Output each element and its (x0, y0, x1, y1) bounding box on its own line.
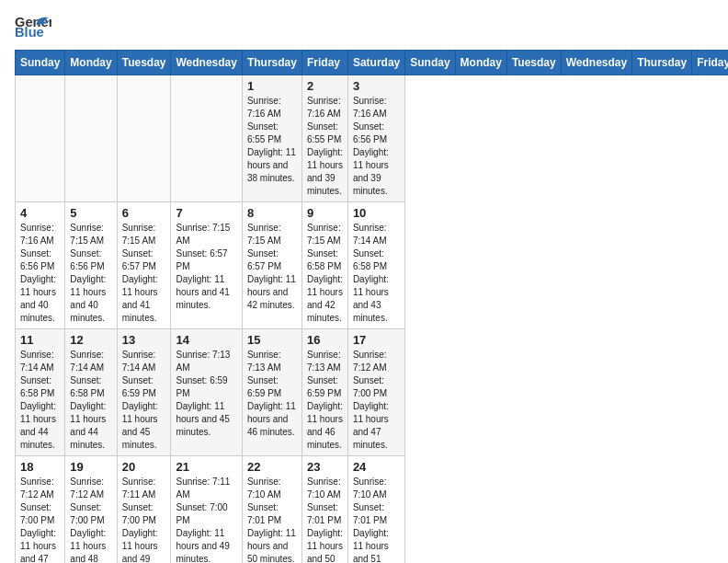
calendar-cell: 10Sunrise: 7:14 AMSunset: 6:58 PMDayligh… (347, 202, 404, 329)
day-info: Sunrise: 7:14 AMSunset: 6:59 PMDaylight:… (122, 349, 166, 452)
header-monday: Monday (455, 51, 506, 75)
calendar-week-1: 4Sunrise: 7:16 AMSunset: 6:56 PMDaylight… (16, 202, 729, 329)
header-friday: Friday (692, 51, 728, 75)
calendar-cell: 4Sunrise: 7:16 AMSunset: 6:56 PMDaylight… (16, 202, 65, 329)
day-number: 18 (20, 460, 60, 474)
calendar-cell: 1Sunrise: 7:16 AMSunset: 6:55 PMDaylight… (242, 75, 301, 202)
day-number: 1 (247, 79, 297, 93)
day-number: 13 (122, 333, 166, 347)
calendar-cell: 21Sunrise: 7:11 AMSunset: 7:00 PMDayligh… (171, 456, 242, 564)
day-number: 7 (176, 206, 236, 220)
calendar-cell: 12Sunrise: 7:14 AMSunset: 6:58 PMDayligh… (65, 329, 117, 456)
day-info: Sunrise: 7:15 AMSunset: 6:57 PMDaylight:… (247, 222, 297, 312)
day-number: 19 (70, 460, 111, 474)
day-info: Sunrise: 7:13 AMSunset: 6:59 PMDaylight:… (307, 349, 343, 452)
page-header: General Blue (15, 15, 713, 42)
day-info: Sunrise: 7:15 AMSunset: 6:56 PMDaylight:… (70, 222, 111, 325)
day-number: 15 (247, 333, 297, 347)
day-number: 5 (70, 206, 111, 220)
day-number: 14 (176, 333, 236, 347)
day-number: 16 (307, 333, 343, 347)
calendar-cell (16, 75, 65, 202)
day-number: 12 (70, 333, 111, 347)
day-info: Sunrise: 7:13 AMSunset: 6:59 PMDaylight:… (176, 349, 236, 439)
header-tuesday: Tuesday (117, 51, 171, 75)
day-number: 10 (353, 206, 400, 220)
header-sunday: Sunday (16, 51, 65, 75)
calendar-cell: 17Sunrise: 7:12 AMSunset: 7:00 PMDayligh… (347, 329, 404, 456)
day-info: Sunrise: 7:10 AMSunset: 7:01 PMDaylight:… (247, 476, 297, 563)
day-info: Sunrise: 7:14 AMSunset: 6:58 PMDaylight:… (20, 349, 60, 452)
calendar-cell: 9Sunrise: 7:15 AMSunset: 6:58 PMDaylight… (301, 202, 347, 329)
calendar-cell: 11Sunrise: 7:14 AMSunset: 6:58 PMDayligh… (16, 329, 65, 456)
calendar-week-2: 11Sunrise: 7:14 AMSunset: 6:58 PMDayligh… (16, 329, 729, 456)
calendar-cell (171, 75, 242, 202)
calendar-table: SundayMondayTuesdayWednesdayThursdayFrid… (15, 50, 728, 563)
calendar-cell: 18Sunrise: 7:12 AMSunset: 7:00 PMDayligh… (16, 456, 65, 564)
header-friday: Friday (301, 51, 347, 75)
header-thursday: Thursday (632, 51, 692, 75)
calendar-cell: 23Sunrise: 7:10 AMSunset: 7:01 PMDayligh… (301, 456, 347, 564)
day-info: Sunrise: 7:16 AMSunset: 6:55 PMDaylight:… (247, 95, 297, 185)
day-info: Sunrise: 7:13 AMSunset: 6:59 PMDaylight:… (247, 349, 297, 439)
day-number: 23 (307, 460, 343, 474)
calendar-cell: 15Sunrise: 7:13 AMSunset: 6:59 PMDayligh… (242, 329, 301, 456)
logo: General Blue (15, 15, 51, 42)
day-number: 11 (20, 333, 60, 347)
day-info: Sunrise: 7:14 AMSunset: 6:58 PMDaylight:… (70, 349, 111, 452)
calendar-cell: 22Sunrise: 7:10 AMSunset: 7:01 PMDayligh… (242, 456, 301, 564)
header-monday: Monday (65, 51, 117, 75)
calendar-cell: 8Sunrise: 7:15 AMSunset: 6:57 PMDaylight… (242, 202, 301, 329)
day-number: 4 (20, 206, 60, 220)
day-info: Sunrise: 7:10 AMSunset: 7:01 PMDaylight:… (353, 476, 400, 563)
day-number: 17 (353, 333, 400, 347)
calendar-week-3: 18Sunrise: 7:12 AMSunset: 7:00 PMDayligh… (16, 456, 729, 564)
calendar-cell: 14Sunrise: 7:13 AMSunset: 6:59 PMDayligh… (171, 329, 242, 456)
day-number: 21 (176, 460, 236, 474)
day-info: Sunrise: 7:15 AMSunset: 6:57 PMDaylight:… (176, 222, 236, 312)
calendar-cell: 13Sunrise: 7:14 AMSunset: 6:59 PMDayligh… (117, 329, 171, 456)
svg-text:Blue: Blue (15, 25, 44, 40)
day-info: Sunrise: 7:10 AMSunset: 7:01 PMDaylight:… (307, 476, 343, 563)
calendar-cell: 7Sunrise: 7:15 AMSunset: 6:57 PMDaylight… (171, 202, 242, 329)
day-number: 9 (307, 206, 343, 220)
calendar-week-0: 1Sunrise: 7:16 AMSunset: 6:55 PMDaylight… (16, 75, 729, 202)
calendar-cell (117, 75, 171, 202)
header-saturday: Saturday (347, 51, 404, 75)
calendar-cell: 5Sunrise: 7:15 AMSunset: 6:56 PMDaylight… (65, 202, 117, 329)
day-number: 2 (307, 79, 343, 93)
calendar-cell: 3Sunrise: 7:16 AMSunset: 6:56 PMDaylight… (347, 75, 404, 202)
day-info: Sunrise: 7:14 AMSunset: 6:58 PMDaylight:… (353, 222, 400, 325)
header-tuesday: Tuesday (506, 51, 561, 75)
day-info: Sunrise: 7:15 AMSunset: 6:57 PMDaylight:… (122, 222, 166, 325)
day-number: 8 (247, 206, 297, 220)
day-info: Sunrise: 7:11 AMSunset: 7:00 PMDaylight:… (176, 476, 236, 563)
logo-icon: General Blue (15, 15, 51, 42)
calendar-cell: 19Sunrise: 7:12 AMSunset: 7:00 PMDayligh… (65, 456, 117, 564)
day-info: Sunrise: 7:15 AMSunset: 6:58 PMDaylight:… (307, 222, 343, 325)
day-info: Sunrise: 7:16 AMSunset: 6:56 PMDaylight:… (353, 95, 400, 198)
day-number: 6 (122, 206, 166, 220)
calendar-cell (65, 75, 117, 202)
calendar-cell: 16Sunrise: 7:13 AMSunset: 6:59 PMDayligh… (301, 329, 347, 456)
day-info: Sunrise: 7:16 AMSunset: 6:55 PMDaylight:… (307, 95, 343, 198)
day-number: 3 (353, 79, 400, 93)
calendar-header-row: SundayMondayTuesdayWednesdayThursdayFrid… (16, 51, 729, 75)
day-info: Sunrise: 7:12 AMSunset: 7:00 PMDaylight:… (353, 349, 400, 452)
header-sunday: Sunday (405, 51, 455, 75)
day-number: 22 (247, 460, 297, 474)
calendar-cell: 20Sunrise: 7:11 AMSunset: 7:00 PMDayligh… (117, 456, 171, 564)
header-thursday: Thursday (242, 51, 301, 75)
calendar-cell: 24Sunrise: 7:10 AMSunset: 7:01 PMDayligh… (347, 456, 404, 564)
day-number: 20 (122, 460, 166, 474)
header-wednesday: Wednesday (171, 51, 242, 75)
day-info: Sunrise: 7:11 AMSunset: 7:00 PMDaylight:… (122, 476, 166, 563)
header-wednesday: Wednesday (561, 51, 631, 75)
day-info: Sunrise: 7:12 AMSunset: 7:00 PMDaylight:… (70, 476, 111, 563)
calendar-cell: 2Sunrise: 7:16 AMSunset: 6:55 PMDaylight… (301, 75, 347, 202)
day-info: Sunrise: 7:12 AMSunset: 7:00 PMDaylight:… (20, 476, 60, 563)
day-info: Sunrise: 7:16 AMSunset: 6:56 PMDaylight:… (20, 222, 60, 325)
day-number: 24 (353, 460, 400, 474)
calendar-cell: 6Sunrise: 7:15 AMSunset: 6:57 PMDaylight… (117, 202, 171, 329)
